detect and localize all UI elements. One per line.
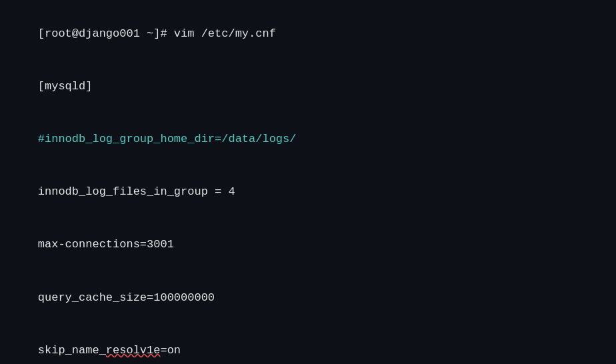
line-content: [mysqld] xyxy=(38,80,93,93)
terminal-line: innodb_log_files_in_group = 4 xyxy=(11,166,605,219)
terminal-window: [root@django001 ~]# vim /etc/my.cnf [mys… xyxy=(0,0,616,364)
terminal-line: skip_name_resolv1e=on xyxy=(11,324,605,364)
line-content: max-connections=3001 xyxy=(38,238,174,251)
line-content-underlined: resolv1e xyxy=(106,344,161,357)
line-content-after-underline: =on xyxy=(160,344,181,357)
line-content: [root@django001 ~]# vim /etc/my.cnf xyxy=(38,27,276,40)
terminal-line: #innodb_log_group_home_dir=/data/logs/ xyxy=(11,113,605,166)
terminal-line: [root@django001 ~]# vim /etc/my.cnf xyxy=(11,8,605,61)
line-content: query_cache_size=100000000 xyxy=(38,291,215,304)
terminal-line: query_cache_size=100000000 xyxy=(11,271,605,324)
line-content: innodb_log_files_in_group = 4 xyxy=(38,185,235,198)
terminal-line: max-connections=3001 xyxy=(11,219,605,271)
terminal-line: [mysqld] xyxy=(11,61,605,113)
line-content: #innodb_log_group_home_dir=/data/logs/ xyxy=(38,133,297,145)
line-content-before-underline: skip_name_ xyxy=(38,344,106,357)
